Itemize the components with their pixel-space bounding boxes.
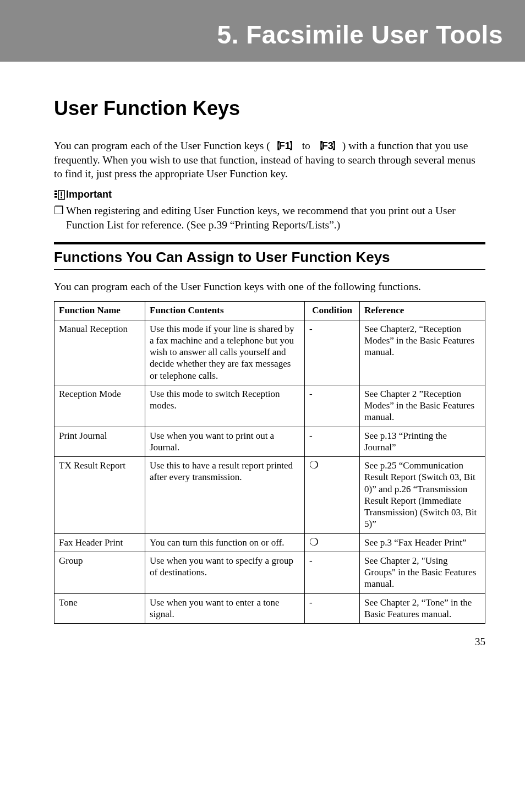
key-f3: F3: [313, 140, 342, 153]
cell-reference: See Chapter 2 ”Reception Modes” in the B…: [360, 385, 485, 427]
intro-paragraph: You can program each of the User Functio…: [54, 139, 485, 181]
cell-reference: See Chapter 2, “Tone” in the Basic Featu…: [360, 593, 485, 624]
h2-top-rule: [54, 242, 485, 244]
cell-name: Group: [54, 552, 145, 593]
subsection-intro: You can program each of the User Functio…: [54, 280, 485, 294]
cell-contents: Use this mode to switch Reception modes.: [145, 385, 305, 427]
top-gray-strip: [0, 0, 525, 10]
cell-contents: Use this to have a result report printed…: [145, 457, 305, 534]
cell-contents: Use when you want to specify a group of …: [145, 552, 305, 593]
cell-reference: See p.3 “Fax Header Print”: [360, 533, 485, 552]
cell-reference: See Chapter 2, "Using Groups" in the Bas…: [360, 552, 485, 593]
col-header-name: Function Name: [54, 302, 145, 320]
cell-condition: ❍: [305, 533, 360, 552]
svg-point-5: [61, 197, 62, 199]
cell-name: Print Journal: [54, 427, 145, 457]
cell-contents: Use when you want to print out a Journal…: [145, 427, 305, 457]
chapter-title-bar: 5. Facsimile User Tools: [0, 10, 525, 62]
functions-table: Function Name Function Contents Conditio…: [54, 301, 485, 624]
cell-condition: -: [305, 552, 360, 593]
cell-name: Fax Header Print: [54, 533, 145, 552]
table-row: Group Use when you want to specify a gro…: [54, 552, 485, 593]
svg-rect-0: [54, 190, 57, 192]
cell-contents: You can turn this function on or off.: [145, 533, 305, 552]
table-row: TX Result Report Use this to have a resu…: [54, 457, 485, 534]
subsection-heading-wrap: Functions You Can Assign to User Functio…: [54, 242, 485, 270]
table-row: Reception Mode Use this mode to switch R…: [54, 385, 485, 427]
intro-text-mid: to: [299, 140, 313, 151]
page-number: 35: [475, 636, 485, 646]
col-header-condition: Condition: [305, 302, 360, 320]
key-f1: F1: [270, 140, 299, 153]
cell-condition: -: [305, 427, 360, 457]
important-bullet-row: ❒ When registering and editing User Func…: [54, 204, 485, 232]
cell-condition: ❍: [305, 457, 360, 534]
cell-condition: -: [305, 593, 360, 624]
important-icon: [54, 190, 65, 200]
chapter-title-text: 5. Facsimile User Tools: [217, 20, 503, 49]
cell-name: Manual Reception: [54, 320, 145, 385]
page-content: User Function Keys You can program each …: [0, 97, 525, 624]
cell-name: Reception Mode: [54, 385, 145, 427]
cell-name: Tone: [54, 593, 145, 624]
important-bullet-text: When registering and editing User Functi…: [66, 204, 485, 232]
table-row: Manual Reception Use this mode if your l…: [54, 320, 485, 385]
important-label: Important: [54, 189, 485, 200]
condition-circle: ❍: [309, 537, 319, 547]
condition-circle: ❍: [309, 460, 319, 470]
cell-contents: Use when you want to enter a tone signal…: [145, 593, 305, 624]
table-row: Print Journal Use when you want to print…: [54, 427, 485, 457]
cell-condition: -: [305, 385, 360, 427]
cell-contents: Use this mode if your line is shared by …: [145, 320, 305, 385]
cell-reference: See p.25 “Communication Result Report (S…: [360, 457, 485, 534]
col-header-contents: Function Contents: [145, 302, 305, 320]
svg-rect-2: [54, 196, 57, 198]
col-header-reference: Reference: [360, 302, 485, 320]
subsection-heading: Functions You Can Assign to User Functio…: [54, 249, 485, 266]
section-heading-user-function-keys: User Function Keys: [54, 97, 485, 120]
important-label-text: Important: [66, 189, 112, 200]
cell-condition: -: [305, 320, 360, 385]
table-row: Fax Header Print You can turn this funct…: [54, 533, 485, 552]
bullet-symbol: ❒: [54, 204, 66, 232]
cell-name: TX Result Report: [54, 457, 145, 534]
cell-reference: See Chapter2, “Reception Modes” in the B…: [360, 320, 485, 385]
cell-reference: See p.13 “Printing the Journal”: [360, 427, 485, 457]
table-header-row: Function Name Function Contents Conditio…: [54, 302, 485, 320]
table-row: Tone Use when you want to enter a tone s…: [54, 593, 485, 624]
svg-rect-1: [54, 193, 57, 195]
h2-bottom-rule: [54, 269, 485, 270]
intro-text-pre: You can program each of the User Functio…: [54, 140, 270, 151]
